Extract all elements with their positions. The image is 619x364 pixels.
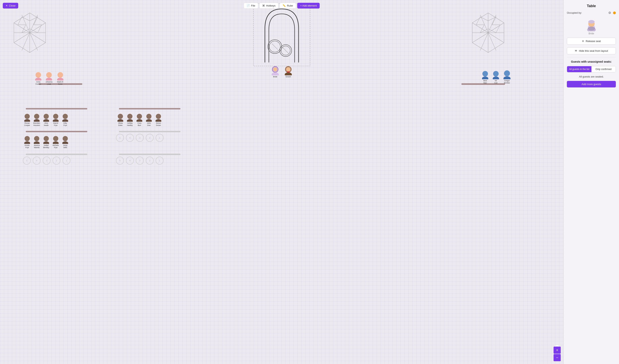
svg-point-27 [482, 71, 488, 77]
svg-point-74 [588, 27, 595, 30]
ruler-icon: 📏 [282, 4, 286, 7]
svg-point-62 [127, 114, 132, 119]
occupied-row: Occupied by: ⚙ [567, 11, 616, 15]
guest-kitty-frye: KittyFrye [61, 113, 70, 126]
svg-point-37 [285, 72, 292, 75]
guest-brenden-houston: BrendenHouston [32, 113, 41, 126]
svg-point-22 [35, 78, 42, 81]
svg-point-24 [46, 78, 52, 81]
empty-seat: 3 [43, 157, 51, 165]
svg-point-45 [43, 119, 49, 122]
toolbar: 📄 File ⌘ Hotkeys 📏 Ruler + Add element [244, 3, 320, 9]
guest-izabel-bentley: IzabelBentley [42, 135, 51, 149]
svg-point-25 [57, 72, 63, 78]
svg-point-64 [137, 114, 142, 119]
svg-point-41 [24, 119, 30, 122]
guest-groom-ceremony: Groom [283, 65, 293, 78]
hide-seat-label: Hide this seat from layout [579, 49, 608, 52]
release-seat-button[interactable]: ✕ Release seat [567, 38, 616, 45]
svg-point-60 [118, 114, 123, 119]
panel-title: Table [567, 4, 616, 8]
file-button[interactable]: 📄 File [244, 3, 258, 9]
empty-seat: 4 [126, 157, 134, 165]
close-label: Close [9, 4, 15, 7]
close-button[interactable]: ✕ Close [3, 3, 18, 9]
guest-michele-frye: MicheleFrye [51, 135, 60, 149]
guest-best-man: BestMan [481, 70, 490, 84]
empty-seat: 3 [136, 157, 144, 165]
left-row1-guests: RonanCooper BrendenHouston AliceNeale Da… [23, 113, 70, 126]
empty-seat: 2 [146, 157, 154, 165]
svg-point-29 [493, 71, 499, 77]
left-table-pew-2 [26, 131, 87, 132]
svg-point-34 [272, 72, 279, 75]
svg-point-38 [286, 67, 290, 71]
zoom-in-button[interactable]: + [554, 347, 561, 354]
empty-seat: 1 [156, 157, 164, 165]
zoom-out-button[interactable]: − [554, 354, 561, 361]
hotkeys-button[interactable]: ⌘ Hotkeys [259, 3, 278, 9]
guest-jonty-wills: JontyWills [61, 135, 70, 149]
status-dot [613, 12, 616, 14]
divider [567, 57, 616, 57]
guest-jessica-wanda: JessicaWanda [32, 135, 41, 149]
left-row2-guests: KirstinFrye JessicaWanda IzabelBentley M… [23, 135, 70, 149]
svg-point-47 [53, 119, 59, 122]
ruler-button[interactable]: 📏 Ruler [280, 3, 296, 9]
svg-point-31 [504, 70, 510, 76]
svg-point-42 [34, 114, 39, 119]
close-icon: ✕ [6, 4, 8, 7]
svg-point-68 [156, 114, 161, 119]
release-seat-label: Release seat [586, 40, 601, 43]
add-more-guests-button[interactable]: Add more guests [567, 81, 616, 87]
svg-point-52 [34, 136, 39, 141]
empty-seat: 4 [126, 134, 134, 142]
guest-john-doe: JohnDoe [144, 113, 153, 126]
svg-point-44 [44, 114, 49, 119]
empty-seat: 5 [116, 157, 124, 165]
gear-icon[interactable]: ⚙ [608, 11, 611, 15]
bride-name-label: Bride [589, 32, 594, 35]
guest-ashley-hartley: AshleyHartley [126, 113, 134, 126]
guest-johanna-lowe: JohannaLowe [44, 71, 54, 85]
scene: AnnaFenton JohannaLowe Maid-of-honor Bes… [0, 0, 563, 364]
guest-maid-of-honor: Maid-of-honor [55, 71, 65, 85]
release-icon: ✕ [582, 40, 584, 43]
svg-point-28 [482, 77, 488, 79]
svg-point-32 [503, 76, 510, 79]
svg-point-63 [127, 119, 133, 122]
hide-seat-button[interactable]: 👁 Hide this seat from layout [567, 47, 616, 54]
svg-point-54 [44, 136, 49, 141]
svg-point-66 [146, 114, 152, 119]
guest-anna-fenton: AnnaFenton [34, 71, 43, 85]
guest-cora-burt: CoraBurt [135, 113, 144, 126]
guest-kit-carr: KitCarr [491, 70, 500, 84]
all-guests-filter-button[interactable]: All guests in the list [567, 66, 591, 72]
add-element-button[interactable]: + Add element [297, 3, 320, 9]
only-confirmed-filter-button[interactable]: Only confirmed [591, 66, 616, 72]
guest-alice-neale: AliceNeale [42, 113, 51, 126]
guest-kirstin-frye: KirstinFrye [23, 135, 31, 149]
right-row3-empty: 5 4 3 2 1 [116, 157, 164, 165]
svg-rect-14 [253, 3, 310, 66]
right-snowflake [468, 11, 508, 58]
empty-seat: 2 [146, 134, 154, 142]
hotkeys-icon: ⌘ [262, 4, 265, 7]
all-seated-text: All guests are seated. [567, 75, 616, 78]
guest-simon-doran: SimonDoran [154, 113, 163, 126]
svg-point-35 [273, 67, 277, 71]
right-table-pew-2 [119, 131, 181, 132]
guest-bride-ceremony: Bride [270, 65, 280, 78]
svg-point-46 [53, 114, 58, 119]
empty-seat: 2 [53, 157, 60, 165]
right-table-pew-3 [119, 154, 181, 155]
svg-point-30 [493, 77, 499, 79]
empty-seat: 5 [116, 134, 124, 142]
svg-point-43 [34, 119, 40, 122]
svg-point-56 [53, 136, 58, 141]
canvas-area[interactable]: ✕ Close 📄 File ⌘ Hotkeys 📏 Ruler + Add e… [0, 0, 563, 364]
right-aisle-guests: BestMan KitCarr GregorBenitez [481, 70, 512, 84]
left-table-pew-3 [26, 154, 87, 155]
svg-rect-39 [287, 71, 290, 72]
svg-point-53 [34, 141, 40, 144]
